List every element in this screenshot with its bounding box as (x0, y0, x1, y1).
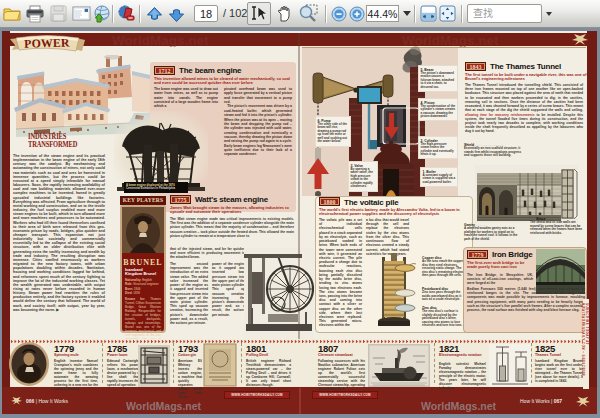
svg-text:POWER: POWER (24, 36, 70, 51)
